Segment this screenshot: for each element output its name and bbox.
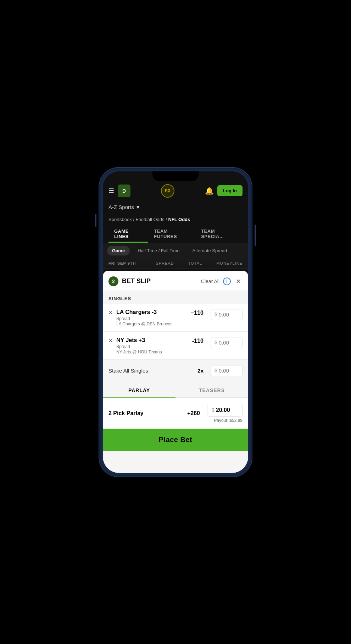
parlay-input-wrap: $ Payout: $52.89 (207, 404, 243, 423)
place-bet-button[interactable]: Place Bet (103, 429, 248, 451)
bet-slip-header: 2 BET SLIP Clear All i ✕ (103, 271, 248, 291)
bet-1-stake-input[interactable]: $ (211, 309, 243, 320)
remove-bet-1-button[interactable]: ✕ (108, 310, 113, 315)
info-icon[interactable]: i (223, 277, 231, 285)
menu-icon[interactable]: ☰ (108, 187, 114, 195)
parlay-name: 2 Pick Parlay (108, 410, 184, 417)
bet-1-type: Spread (116, 316, 187, 321)
login-button[interactable]: Log In (217, 185, 243, 196)
az-sports-label: A-Z Sports (108, 204, 134, 210)
bet-2-matchup: NY Jets @ HOU Texans (116, 349, 189, 354)
bet-1-info: LA Chargers -3 Spread LA Chargers @ DEN … (116, 309, 187, 326)
parlay-tab-parlay[interactable]: PARLAY (103, 383, 176, 397)
bet-item-1: ✕ LA Chargers -3 Spread LA Chargers @ DE… (103, 304, 248, 332)
breadcrumb-path: Sportsbook / Football Odds / (108, 217, 168, 222)
parlay-odds: +260 (187, 410, 200, 417)
bet-2-name: NY Jets +3 (116, 337, 189, 343)
bet-2-info: NY Jets +3 Spread NY Jets @ HOU Texans (116, 337, 189, 354)
parlay-amount-field[interactable] (216, 407, 235, 413)
stake-all-singles-row: Stake All Singles 2x $ (103, 360, 248, 381)
sub-tab-halftime[interactable]: Half Time / Full Time (133, 246, 184, 255)
chevron-down-icon: ▼ (135, 204, 141, 210)
bet-1-name: LA Chargers -3 (116, 309, 187, 315)
bet-item-2: ✕ NY Jets +3 Spread NY Jets @ HOU Texans… (103, 332, 248, 360)
remove-bet-2-button[interactable]: ✕ (108, 338, 113, 343)
stake-multiplier: 2x (197, 368, 204, 374)
bet-2-amount-field[interactable] (219, 340, 238, 346)
stake-all-label: Stake All Singles (108, 368, 194, 374)
parlay-tabs: PARLAY TEASERS (103, 383, 248, 398)
bet-1-amount-field[interactable] (219, 312, 238, 318)
tab-game-lines[interactable]: GAME LINES (108, 224, 148, 243)
parlay-content: 2 Pick Parlay +260 $ Payout: $52.89 (103, 398, 248, 429)
breadcrumb: Sportsbook / Football Odds / NFL Odds (103, 213, 248, 224)
bet-count-badge: 2 (108, 276, 118, 286)
tab-team-specials[interactable]: TEAM SPECIA… (195, 224, 243, 243)
stake-all-input[interactable]: $ (211, 365, 243, 376)
date-header: FRI SEP 9TH SPREAD TOTAL MONEYLINE (103, 258, 248, 269)
bet-2-odds: -110 (192, 338, 204, 344)
bottom-safe-area (103, 451, 248, 458)
parlay-dollar-sign: $ (212, 407, 214, 413)
breadcrumb-active: NFL Odds (168, 217, 190, 222)
parlay-tab-teasers[interactable]: TEASERS (176, 383, 248, 397)
bet-2-stake-input[interactable]: $ (211, 337, 243, 348)
phone-notch (152, 171, 199, 181)
bet-slip-modal: 2 BET SLIP Clear All i ✕ SINGLES ✕ LA Ch… (103, 271, 248, 473)
bet-1-matchup: LA Chargers @ DEN Broncos (116, 321, 187, 326)
parlay-stake-input[interactable]: $ (207, 404, 243, 417)
bell-icon[interactable]: 🔔 (205, 187, 214, 195)
draftkings-logo: D (118, 185, 130, 197)
parlay-section: PARLAY TEASERS 2 Pick Parlay +260 $ (103, 383, 248, 429)
bet-slip-title: BET SLIP (122, 277, 197, 285)
payout-text: Payout: $52.89 (214, 418, 243, 423)
clear-all-button[interactable]: Clear All (201, 279, 219, 284)
sub-tab-game[interactable]: Game (107, 246, 130, 255)
bet-2-type: Spread (116, 344, 189, 349)
tab-team-futures[interactable]: TEAM FUTURES (148, 224, 195, 243)
close-icon[interactable]: ✕ (234, 277, 243, 286)
main-tabs: GAME LINES TEAM FUTURES TEAM SPECIA… (103, 224, 248, 243)
dollar-sign-2: $ (214, 340, 217, 345)
bet-slip-body: SINGLES ✕ LA Chargers -3 Spread LA Charg… (103, 291, 248, 473)
dollar-sign-all: $ (214, 368, 217, 373)
rg-badge: RG (161, 184, 174, 198)
bet-1-odds: −110 (191, 310, 204, 316)
total-label: TOTAL (188, 261, 202, 265)
sports-nav[interactable]: A-Z Sports ▼ (103, 201, 248, 213)
moneyline-label: MONEYLINE (216, 261, 243, 265)
singles-label: SINGLES (103, 291, 248, 304)
sub-tab-alt-spread[interactable]: Alternate Spread (188, 246, 232, 255)
date-label: FRI SEP 9TH (108, 261, 136, 265)
sub-tabs: Game Half Time / Full Time Alternate Spr… (103, 243, 248, 258)
stake-all-amount-field[interactable] (219, 368, 238, 374)
spread-label: SPREAD (156, 261, 174, 265)
dollar-sign-1: $ (214, 312, 217, 317)
